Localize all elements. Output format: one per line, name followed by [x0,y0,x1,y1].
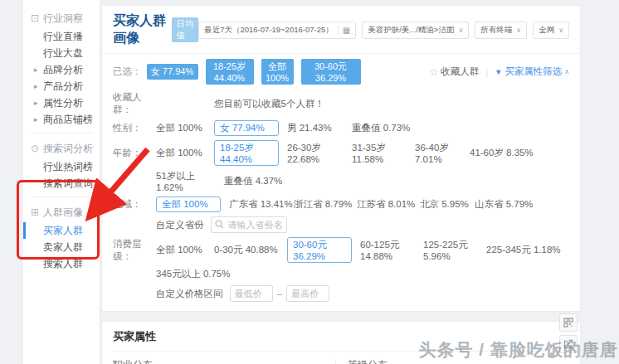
chevron-down-icon: ∨ [516,27,521,34]
price-option-all[interactable]: 全部 100% [156,244,214,256]
sidebar-divider [30,197,93,197]
price-option-225-345[interactable]: 225-345元 1.18% [486,244,561,256]
sidebar-item-product-analysis[interactable]: 产品分析 [23,78,100,95]
sidebar-item-brand-analysis[interactable]: 品牌分析 [23,61,100,78]
chip-price[interactable]: 30-60元 36.29% [301,59,361,85]
sidebar-item-attribute-analysis[interactable]: 属性分析 [23,95,100,111]
price-custom-row: 自定义价格区间 – [113,285,569,302]
sidebar-section-search-words: ⊙ 搜索词分析 [23,138,100,158]
selected-filters-bar: 已选： 女 77.94% 18-25岁 44.40% 全部 100% 30-60… [113,59,569,85]
occupation-chart-title: 职业分布 [113,358,335,364]
age-option-all[interactable]: 全部 100% [156,147,214,159]
main-content: 买家人群画像 日均值 最近7天（2016-07-19~2016-07-25） ▦… [101,5,581,364]
age-option-51plus[interactable]: 51岁以上 1.62% [156,170,224,192]
sidebar-section-label: 人群画像 [43,206,83,220]
age-row: 年龄： 全部 100% 18-25岁 44.40% 26-30岁 22.68% … [113,140,569,166]
age-option-31-35[interactable]: 31-35岁 11.58% [352,142,415,164]
sidebar-item-buyer-persona[interactable]: 买家人群 [23,222,100,239]
price-row: 消费层级： 全部 100% 0-30元 40.88% 30-60元 36.29%… [113,237,569,263]
region-option-beijing[interactable]: 北京 5.95% [420,198,475,211]
persona-icon: ⊞ [31,206,39,218]
price-option-125-225[interactable]: 125-225元 5.96% [423,239,486,261]
sidebar: ⊡ 行业洞察 行业直播 行业大盘 品牌分析 产品分析 属性分析 商品店铺榜 ⊙ … [23,0,100,364]
search-icon [215,220,224,229]
scope-dropdown[interactable]: 全网 ∨ [533,22,569,39]
price-option-30-60[interactable]: 30-60元 36.29% [287,237,352,263]
sidebar-item-search-persona[interactable]: 搜索人群 [23,255,100,272]
region-option-all[interactable]: 全部 100% [156,197,221,212]
chip-region[interactable]: 全部 100% [261,59,294,85]
price-option-345plus[interactable]: 345元以上 0.75% [156,268,231,280]
age-option-41-60[interactable]: 41-60岁 8.35% [470,147,534,159]
industry-icon: ⊡ [31,12,39,24]
gender-option-overlap[interactable]: 重叠值 0.73% [352,122,410,134]
selected-label: 已选： [113,66,142,78]
max-price-input[interactable] [286,285,329,302]
persona-panel: 买家人群画像 日均值 最近7天（2016-07-19~2016-07-25） ▦… [101,5,581,312]
chevron-down-icon: ∨ [558,27,563,34]
age-option-overlap[interactable]: 重叠值 4.37% [224,175,282,187]
search-analysis-icon: ⊙ [31,143,39,154]
price-row-2: 345元以上 0.75% [113,267,569,281]
favorite-hint: 您目前可以收藏5个人群！ [214,98,324,110]
divider: | [485,67,488,77]
age-option-36-40[interactable]: 36-40岁 7.01% [415,142,470,164]
title-badge: 日均值 [172,17,198,42]
category-dropdown[interactable]: 美容护肤/美.../精油>洁面 ∨ [362,22,469,39]
region-option-shandong[interactable]: 山东省 5.79% [475,198,533,211]
sidebar-divider [30,133,93,133]
favorite-row: 收藏人群： 您目前可以收藏5个人群！ [113,91,569,116]
sidebar-item-shop-ranking[interactable]: 商品店铺榜 [23,111,100,128]
region-option-guangdong[interactable]: 广东省 13.41% [229,198,294,211]
chevron-up-icon: ∧ [564,68,569,75]
gender-option-male[interactable]: 男 21.43% [287,122,352,134]
sidebar-item-word-query[interactable]: 搜索词查询 [23,175,100,192]
date-range-picker[interactable]: 最近7天（2016-07-19~2016-07-25） ▦ [198,22,356,39]
chip-gender[interactable]: 女 77.94% [147,64,198,80]
sidebar-section-label: 行业洞察 [43,12,83,26]
star-icon: ☆ [429,66,438,78]
custom-price-label: 自定义价格区间 [156,288,223,300]
region-option-jiangsu[interactable]: 江苏省 8.01% [357,198,420,211]
sidebar-item-industry-board[interactable]: 行业大盘 [23,45,100,61]
gender-row: 性别： 全部 100% 女 77.94% 男 21.43% 重叠值 0.73% [113,120,569,136]
calendar-icon: ▦ [338,26,350,35]
divider [102,53,580,54]
watermark: 头条号 / 靠脸吃饭的唐唐 [418,338,618,362]
sidebar-section-industry: ⊡ 行业洞察 [23,8,100,28]
favorite-crowd-link[interactable]: 收藏人群 [441,66,479,78]
min-price-input[interactable] [230,285,273,302]
age-option-18-25[interactable]: 18-25岁 44.40% [214,140,279,166]
page-title: 买家人群画像 [113,12,167,47]
occupation-chart-panel: 职业分布 学生 54.18% 学生 公司职员 个体经营/服务人员 [113,358,335,364]
region-row: 地域： 全部 100% 广东省 13.41% 浙江省 8.79% 江苏省 8.0… [113,197,569,212]
age-row-2: 51岁以上 1.62% 重叠值 4.37% [113,170,569,192]
price-option-0-30[interactable]: 0-30元 40.88% [214,244,287,256]
range-dash: – [277,289,282,298]
chevron-down-icon: ∨ [458,27,463,34]
sidebar-item-seller-persona[interactable]: 卖家人群 [23,239,100,255]
funnel-icon: ▼ [495,68,502,76]
sidebar-section-persona: ⊞ 人群画像 [23,202,100,222]
gender-option-female[interactable]: 女 77.94% [214,120,279,136]
region-custom-row: 自定义省份 [113,216,569,233]
sidebar-item-industry-live[interactable]: 行业直播 [23,28,100,45]
filter-panel: 收藏人群： 您目前可以收藏5个人群！ 性别： 全部 100% 女 77.94% … [113,91,569,302]
terminal-dropdown[interactable]: 所有终端 ∨ [475,22,527,39]
price-option-60-125[interactable]: 60-125元 14.88% [360,239,423,261]
region-option-zhejiang[interactable]: 浙江省 8.79% [294,198,357,211]
qr-code-button[interactable] [559,313,578,332]
buyer-attr-filter-toggle[interactable]: ▼ 买家属性筛选 ∧ [495,66,569,78]
custom-province-label: 自定义省份 [156,219,204,231]
sidebar-item-hot-words[interactable]: 行业热词榜 [23,158,100,175]
gender-option-all[interactable]: 全部 100% [156,122,214,134]
chip-age[interactable]: 18-25岁 44.40% [206,59,254,85]
age-option-26-30[interactable]: 26-30岁 22.68% [287,142,352,164]
page-root: ⊡ 行业洞察 行业直播 行业大盘 品牌分析 产品分析 属性分析 商品店铺榜 ⊙ … [0,0,619,364]
qr-code-icon [563,318,573,328]
sidebar-section-label: 搜索词分析 [43,142,93,156]
